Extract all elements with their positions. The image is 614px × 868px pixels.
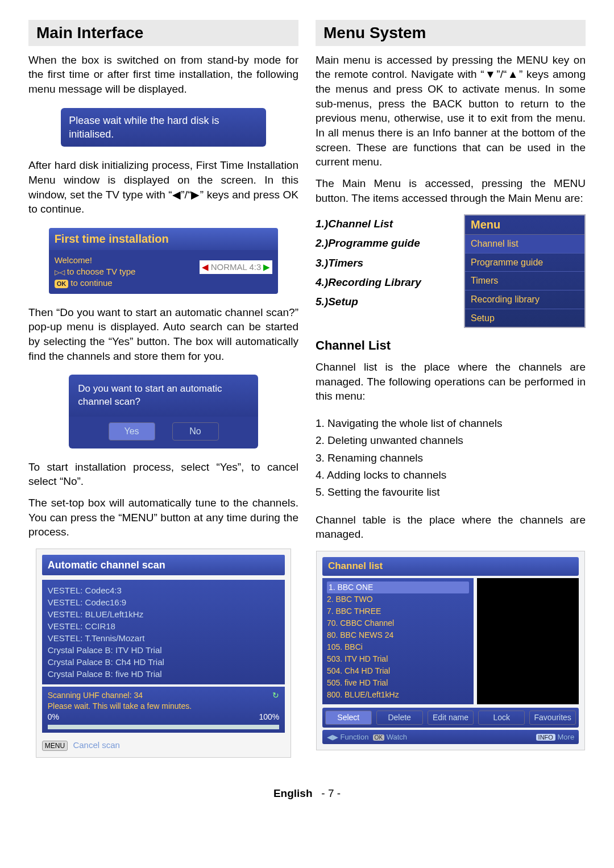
channel-preview-pane [477, 578, 579, 704]
menu-ui-box: Menu Channel list Programme guide Timers… [464, 214, 586, 328]
right-paragraph-1: Main menu is accessed by pressing the ME… [316, 53, 586, 169]
footer-page-number: - 7 - [321, 787, 341, 799]
ok-icon: OK [55, 280, 69, 288]
cancel-scan-label: Cancel scan [73, 740, 120, 750]
scan-item: VESTEL: BLUE/Left1kHz [48, 608, 280, 620]
first-install-title: First time installation [49, 228, 279, 250]
scan-item: Crystal Palace B: Ch4 HD Trial [48, 656, 280, 668]
left-paragraph-4: To start installation process, select “Y… [28, 460, 298, 489]
left-paragraph-1: When the box is switched on from stand-b… [28, 53, 298, 97]
no-button[interactable]: No [172, 422, 219, 441]
footer-language: English [273, 787, 313, 799]
left-paragraph-5: The set-top box will automatically tune … [28, 496, 298, 539]
left-paragraph-2: After hard disk initializing process, Fi… [28, 158, 298, 217]
menu-text-item: 4.)Recording Library [316, 273, 456, 292]
nav-arrows-icon: ◀▶ [327, 733, 338, 741]
auto-scan-progress-box: Automatic channel scan VESTEL: Codec4:3 … [36, 549, 292, 758]
channel-row[interactable]: 503. ITV HD Trial [327, 653, 469, 665]
left-paragraph-3: Then “Do you want to start an automatic … [28, 305, 298, 364]
channel-list-ui-title: Channel list [322, 557, 579, 576]
help-watch-label: Watch [387, 733, 407, 741]
right-paragraph-3: Channel list is the place where the chan… [316, 360, 586, 404]
spinner-icon: ↻ [272, 690, 279, 701]
menu-ui-title: Menu [465, 215, 584, 235]
op-item: 5. Setting the favourite list [316, 484, 586, 501]
scan-item: VESTEL: Codec16:9 [48, 596, 280, 608]
ok-key-icon: OK [373, 734, 384, 741]
scan-item: VESTEL: T.Tennis/Mozart [48, 632, 280, 644]
op-item: 3. Renaming channels [316, 450, 586, 467]
scan-item: Crystal Palace B: ITV HD Trial [48, 644, 280, 656]
auto-scan-prompt-box: Do you want to start an automatic channe… [69, 375, 258, 448]
op-item: 4. Adding locks to channels [316, 467, 586, 484]
channel-row[interactable]: 70. CBBC Channel [327, 617, 469, 629]
right-paragraph-4: Channel table is the place where the cha… [316, 513, 586, 542]
hard-disk-message-box: Please wait while the hard disk is initi… [61, 108, 266, 147]
right-paragraph-2: The Main Menu is accessed, pressing the … [316, 176, 586, 205]
first-install-line1: to choose TV type [67, 267, 136, 276]
channel-row[interactable]: 1. BBC ONE [327, 582, 469, 593]
select-button[interactable]: Select [325, 711, 372, 725]
channel-list-heading: Channel List [316, 337, 586, 354]
main-interface-heading: Main Interface [28, 20, 298, 46]
scan-progress-line2: Please wait. This will take a few minute… [48, 701, 280, 712]
scan-item: VESTEL: Codec4:3 [48, 584, 280, 596]
progress-bar [48, 725, 280, 729]
tv-type-selector[interactable]: NORMAL 4:3 [200, 260, 273, 274]
menu-text-item: 5.)Setup [316, 292, 456, 312]
page-footer: English - 7 - [0, 786, 614, 812]
menu-text-item: 1.)Channel List [316, 214, 456, 234]
menu-ui-item-timers[interactable]: Timers [465, 272, 584, 290]
menu-ui-item-programme-guide[interactable]: Programme guide [465, 254, 584, 272]
favourites-button[interactable]: Favourites [529, 711, 576, 725]
scan-item: VESTEL: CCIR18 [48, 620, 280, 632]
menu-button-icon[interactable]: MENU [42, 741, 68, 751]
auto-scan-title: Automatic channel scan [42, 555, 285, 575]
help-function-label: Function [341, 733, 369, 741]
channel-list-ui-box: Channel list 1. BBC ONE 2. BBC TWO 7. BB… [316, 551, 585, 750]
channel-row[interactable]: 504. Ch4 HD Trial [327, 665, 469, 677]
auto-scan-found-list: VESTEL: Codec4:3 VESTEL: Codec16:9 VESTE… [42, 580, 285, 684]
op-item: 1. Navigating the whole list of channels [316, 415, 586, 432]
channel-row[interactable]: 2. BBC TWO [327, 593, 469, 605]
scan-progress-line1: Scanning UHF channel: 34 [48, 690, 280, 701]
channel-list-help-bar: ◀▶ Function OK Watch INFO More [322, 730, 579, 745]
channel-list-panel[interactable]: 1. BBC ONE 2. BBC TWO 7. BBC THREE 70. C… [322, 578, 474, 704]
menu-ui-item-channel-list[interactable]: Channel list [465, 235, 584, 254]
op-item: 2. Deleting unwanted channels [316, 432, 586, 449]
first-install-line2: to continue [70, 278, 112, 288]
first-time-install-box: First time installation Welcome! ▷◁ to c… [49, 228, 279, 294]
edit-name-button[interactable]: Edit name [428, 711, 474, 725]
menu-ui-item-setup[interactable]: Setup [465, 309, 584, 327]
left-right-icon: ▷◁ [55, 268, 65, 277]
yes-button[interactable]: Yes [109, 422, 155, 441]
channel-row[interactable]: 505. five HD Trial [327, 677, 469, 689]
auto-scan-question: Do you want to start an automatic channe… [69, 375, 258, 417]
scan-pct-left: 0% [48, 712, 59, 722]
lock-button[interactable]: Lock [478, 711, 525, 725]
channel-row[interactable]: 7. BBC THREE [327, 605, 469, 617]
menu-ui-item-recording-library[interactable]: Recording library [465, 290, 584, 309]
channel-row[interactable]: 105. BBCi [327, 641, 469, 653]
scan-item: Crystal Palace B: five HD Trial [48, 668, 280, 680]
channel-row[interactable]: 800. BLUE/Left1kHz [327, 689, 469, 701]
menu-item-text-list: 1.)Channel List 2.)Programme guide 3.)Ti… [316, 214, 456, 312]
channel-row[interactable]: 80. BBC NEWS 24 [327, 629, 469, 641]
scan-pct-right: 100% [259, 712, 279, 722]
info-key-icon: INFO [536, 734, 555, 741]
delete-button[interactable]: Delete [376, 711, 423, 725]
help-more-label: More [558, 733, 575, 741]
channel-ops-list: 1. Navigating the whole list of channels… [316, 415, 586, 501]
hard-disk-message-text: Please wait while the hard disk is initi… [69, 115, 219, 140]
menu-text-item: 2.)Programme guide [316, 234, 456, 253]
menu-system-heading: Menu System [316, 20, 586, 46]
menu-text-item: 3.)Timers [316, 254, 456, 273]
